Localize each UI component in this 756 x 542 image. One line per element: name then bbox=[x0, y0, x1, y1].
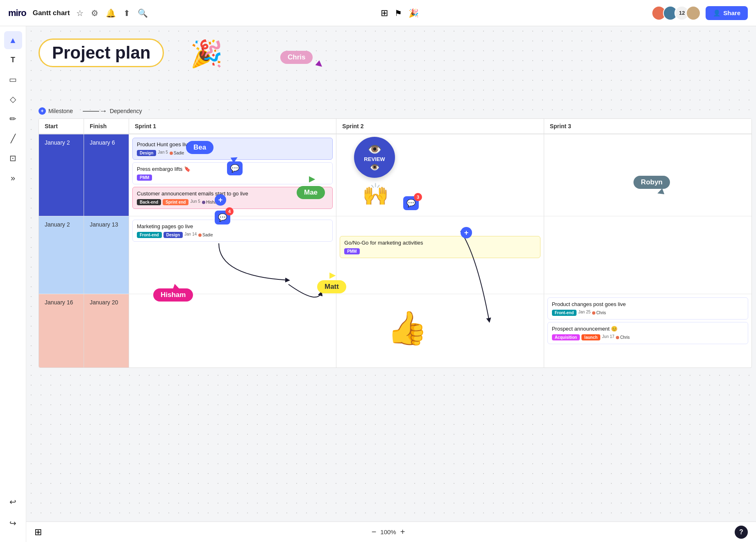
task-tags: Front-end Jan 25 Chris bbox=[552, 310, 744, 316]
task-marketing-pages[interactable]: Marketing pages go live Front-end Design… bbox=[132, 220, 333, 242]
tag-acquisition: Acquisition bbox=[552, 334, 580, 340]
label-robyn: Robyn bbox=[633, 176, 670, 189]
select-tool[interactable]: ▲ bbox=[4, 31, 22, 49]
tag-date: Jan 25 bbox=[578, 310, 590, 316]
tag-pmm: PMM bbox=[344, 248, 359, 254]
topbar-right: 12 👤 Share bbox=[652, 6, 748, 20]
upload-icon[interactable]: ⬆ bbox=[123, 8, 130, 18]
tag-backend: Back-end bbox=[137, 199, 161, 205]
shape-icon: ◇ bbox=[10, 94, 16, 104]
share-icon: 👤 bbox=[713, 9, 721, 17]
tag-user: Sadie bbox=[198, 232, 213, 238]
task-tags: Acquisition launch Jun 17 Chris bbox=[552, 334, 744, 340]
canvas[interactable]: Project plan 🎉 Milestone ——→ Dependency … bbox=[26, 26, 756, 542]
tag-design: Design bbox=[163, 232, 183, 238]
legend-dependency: ——→ Dependency bbox=[83, 106, 142, 116]
cursor-matt: ▶ bbox=[329, 270, 336, 280]
task-tags: PMM bbox=[137, 175, 328, 181]
topbar: miro Gantt chart ☆ ⚙ 🔔 ⬆ 🔍 ⊞ ⚑ 🎉 12 👤 Sh… bbox=[0, 0, 756, 26]
task-title: Prospect announcement 😊 bbox=[552, 326, 744, 332]
more-tools[interactable]: » bbox=[4, 169, 22, 187]
row1-start: January 2 bbox=[39, 134, 84, 216]
panel-toggle[interactable]: ⊞ bbox=[34, 527, 42, 537]
chat-badge-3: 3 bbox=[414, 193, 422, 201]
row2-sprint1: Marketing pages go live Front-end Design… bbox=[129, 216, 336, 294]
dependency-label: Dependency bbox=[110, 108, 142, 114]
chat-bubble-1[interactable]: 💬 4 bbox=[215, 211, 230, 225]
chat-bubble-3[interactable]: 💬 3 bbox=[403, 196, 419, 210]
row2-sprint2: Go/No-Go for marketing activities PMM bbox=[336, 216, 544, 294]
zoom-out-button[interactable]: − bbox=[372, 527, 377, 537]
project-title-area: Project plan bbox=[39, 39, 164, 67]
header-sprint2: Sprint 2 bbox=[336, 119, 544, 134]
task-title: Product Hunt goes live bbox=[137, 141, 328, 147]
gear-icon[interactable]: ⚙ bbox=[91, 8, 98, 18]
topbar-center: ⊞ ⚑ 🎉 bbox=[381, 8, 419, 18]
undo-icon: ↩ bbox=[9, 497, 16, 507]
miro-logo: miro bbox=[8, 8, 26, 18]
tag-date: Jun 17 bbox=[602, 334, 614, 340]
legend-milestone: Milestone bbox=[39, 107, 73, 115]
pen-tool[interactable]: ✏ bbox=[4, 110, 22, 128]
row2-sprint3 bbox=[544, 216, 751, 294]
text-tool[interactable]: T bbox=[4, 51, 22, 69]
bell-icon[interactable]: 🔔 bbox=[106, 8, 116, 18]
row2-start: January 2 bbox=[39, 216, 84, 294]
zoom-in-button[interactable]: + bbox=[400, 527, 405, 537]
tag-pmm: PMM bbox=[137, 175, 152, 181]
sticky-icon: ▭ bbox=[9, 75, 17, 84]
shape-tool[interactable]: ◇ bbox=[4, 90, 22, 108]
gantt-row-1: January 2 January 6 Product Hunt goes li… bbox=[39, 134, 751, 216]
left-toolbar: ▲ T ▭ ◇ ✏ ╱ ⊡ » ↩ ↪ bbox=[0, 26, 26, 542]
chat-badge-1: 4 bbox=[225, 207, 234, 215]
task-product-changes[interactable]: Product changes post goes live Front-end… bbox=[547, 297, 748, 320]
row3-sprint2 bbox=[336, 294, 544, 367]
frame-tool[interactable]: ⊡ bbox=[4, 149, 22, 167]
dependency-arrow: ——→ bbox=[83, 106, 107, 116]
tag-launch: launch bbox=[581, 334, 600, 340]
topbar-icons: ☆ ⚙ 🔔 ⬆ 🔍 bbox=[76, 8, 148, 18]
row3-sprint1 bbox=[129, 294, 336, 367]
tag-user: Chris bbox=[616, 334, 629, 340]
sticky-tool[interactable]: ▭ bbox=[4, 70, 22, 88]
header-finish: Finish bbox=[84, 119, 129, 134]
chat-bubble-2[interactable]: 💬 bbox=[227, 161, 243, 175]
search-icon[interactable]: 🔍 bbox=[138, 8, 148, 18]
tag-user: Chris bbox=[592, 310, 606, 316]
label-bea: Bea bbox=[186, 141, 213, 154]
add-task-btn-2[interactable]: + bbox=[461, 227, 472, 238]
row1-finish: January 6 bbox=[84, 134, 129, 216]
task-tags: Front-end Design Jan 14 Sadie bbox=[137, 232, 328, 238]
undo-button[interactable]: ↩ bbox=[4, 493, 22, 511]
task-tags: Back-end Sprint end Jun 5 Hisham bbox=[137, 199, 328, 205]
cursor-mae: ▶ bbox=[309, 174, 315, 184]
task-title: Product changes post goes live bbox=[552, 301, 744, 307]
task-go-nogo[interactable]: Go/No-Go for marketing activities PMM bbox=[340, 236, 540, 258]
more-icon: » bbox=[11, 173, 15, 183]
milestone-label: Milestone bbox=[48, 108, 73, 114]
board-title[interactable]: Gantt chart bbox=[33, 9, 70, 17]
task-prospect-announcement[interactable]: Prospect announcement 😊 Acquisition laun… bbox=[547, 322, 748, 344]
line-tool[interactable]: ╱ bbox=[4, 129, 22, 147]
pen-icon: ✏ bbox=[9, 114, 16, 124]
header-start: Start bbox=[39, 119, 84, 134]
avatar-4[interactable] bbox=[686, 6, 701, 20]
tag-design: Design bbox=[137, 150, 156, 156]
task-title: Marketing pages go live bbox=[137, 223, 328, 229]
thumbs-up-emoji: 👍 bbox=[387, 309, 428, 347]
tag-frontend: Front-end bbox=[137, 232, 162, 238]
tag-date: Jan 5 bbox=[158, 150, 168, 156]
add-grid-icon[interactable]: ⊞ bbox=[381, 8, 388, 18]
tag-frontend: Front-end bbox=[552, 310, 577, 316]
star-icon[interactable]: ☆ bbox=[76, 8, 84, 18]
add-task-btn-1[interactable]: + bbox=[215, 194, 226, 206]
bottom-bar: ⊞ − 100% + ? bbox=[26, 522, 756, 542]
celebrate-icon[interactable]: 🎉 bbox=[409, 8, 419, 18]
redo-button[interactable]: ↪ bbox=[4, 514, 22, 532]
gantt-header: Start Finish Sprint 1 Sprint 2 Sprint 3 bbox=[39, 119, 751, 134]
share-button[interactable]: 👤 Share bbox=[706, 6, 748, 20]
help-button[interactable]: ? bbox=[735, 526, 748, 539]
project-title[interactable]: Project plan bbox=[39, 39, 164, 67]
avatars: 12 bbox=[652, 6, 701, 20]
flag-icon[interactable]: ⚑ bbox=[395, 8, 402, 18]
